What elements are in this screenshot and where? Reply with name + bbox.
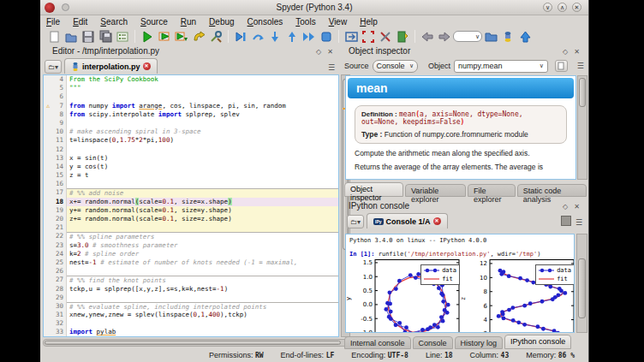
menu-consoles[interactable]: Consoles [247,17,283,27]
forward-button[interactable] [436,28,453,45]
debug-button[interactable] [232,28,249,45]
code-line-22[interactable]: 22# %% spline parameters [44,232,338,240]
code-line-10[interactable]: 10# make ascending spiral in 3-space [44,128,338,136]
tab-console[interactable]: Console [413,336,453,349]
code-line-23[interactable]: 23s=3.0 # smoothness parameter [44,241,338,250]
console-close-icon[interactable]: ✕ [574,203,580,211]
save-button[interactable] [80,28,97,45]
menu-run[interactable]: Run [181,17,196,27]
code-line-16[interactable]: 16 [44,180,338,188]
console-env-button[interactable] [499,28,516,45]
menu-search[interactable]: Search [100,17,128,27]
run-cell-advance-button[interactable] [173,28,190,45]
line-number: 8 [52,110,67,119]
menu-tools[interactable]: Tools [295,17,315,27]
object-inspector-undock-icon[interactable]: ◇ [563,48,568,56]
run-button[interactable] [139,28,156,45]
editor-tab-interpolation[interactable]: interpolation.py ✕ [64,58,158,74]
working-directory-combo[interactable]: ∨ [453,31,482,42]
continue-button[interactable] [301,28,318,45]
code-line-13[interactable]: 13x = sin(t) [44,154,338,163]
code-line-14[interactable]: 14y = cos(t) [44,163,338,171]
code-line-8[interactable]: 8from scipy.interpolate import splprep, … [44,110,338,119]
code-line-20[interactable]: 20z+= random.normal(scale=0.1, size=z.sh… [44,215,338,223]
console-scrollbar[interactable] [576,234,587,333]
tab-static-code-analysis[interactable]: Static code analysis [517,184,587,197]
tab-close-icon[interactable]: ✕ [143,62,151,70]
code-line-21[interactable]: 21 [44,223,338,232]
stop-debug-button[interactable] [318,28,335,45]
open-file-button[interactable] [63,28,80,45]
code-line-4[interactable]: 4From the SciPy Cookbook [44,75,338,84]
console-tab-close-icon[interactable]: ✕ [433,217,441,225]
code-line-27[interactable]: 27# %% find the knot points [44,276,338,284]
tab-history-log[interactable]: History log [455,336,504,349]
tools-button[interactable] [377,28,394,45]
editor-undock-icon[interactable]: ◇ [316,48,321,56]
fullscreen-button[interactable] [360,28,377,45]
code-line-7[interactable]: ⚠7from numpy import arange, cos, linspac… [44,102,338,110]
step-out-button[interactable] [283,28,301,45]
code-editor[interactable]: 4From the SciPy Cookbook5"""6⚠7from nump… [43,74,339,337]
code-line-17[interactable]: 17# %% add noise [44,188,338,197]
parent-directory-button[interactable] [516,28,534,45]
object-inspector-scrollbar[interactable] [577,75,587,180]
code-line-18[interactable]: 18x+= random.normal(scale=0.1, size=x.sh… [44,198,338,206]
code-line-6[interactable]: 6 [44,92,338,101]
browse-directory-button[interactable] [482,28,499,45]
maximize-pane-button[interactable] [343,28,360,45]
rerun-button[interactable] [190,28,207,45]
run-config-button[interactable] [207,28,224,45]
tab-variable-explorer[interactable]: Variable explorer [405,184,466,197]
editor-close-icon[interactable]: ✕ [327,48,333,56]
code-line-25[interactable]: 25nest=-1 # estimate of number of knots … [44,258,338,267]
tab-object-inspector[interactable]: Object inspector [344,182,403,197]
code-line-12[interactable]: 12 [44,145,338,154]
editor-options-button[interactable]: ☰ [324,62,339,74]
code-line-32[interactable]: 32 [44,319,338,328]
menu-source[interactable]: Source [140,17,168,27]
new-file-button[interactable] [45,28,63,45]
object-combo[interactable]: numpy.mean∨ [454,60,548,73]
save-all-button[interactable] [97,28,114,45]
code-line-15[interactable]: 15z = t [44,171,338,180]
browse-consoles-button[interactable]: 🗀▾ [347,215,364,228]
tab-internal-console[interactable]: Internal console [344,336,411,349]
code-line-11[interactable]: 11t=linspace(0,1.75*2*pi,100) [44,136,338,145]
tab-file-explorer[interactable]: File explorer [468,184,516,197]
code-line-28[interactable]: 28tckp,u = splprep([x,y,z],s=s,k=k,nest=… [44,285,338,294]
code-line-19[interactable]: 19y+= random.normal(scale=0.1, size=y.sh… [44,206,338,215]
tab-ipython-console[interactable]: IPython console [504,335,571,349]
back-button[interactable] [419,28,436,45]
console-undock-icon[interactable]: ◇ [563,203,568,211]
line-number: 24 [52,250,67,258]
python-path-button[interactable] [394,28,411,45]
code-line-29[interactable]: 29 [44,294,338,302]
editor-horizontal-scrollbar[interactable] [43,339,351,347]
menu-view[interactable]: View [329,17,348,27]
code-line-9[interactable]: 9 [44,119,338,128]
console-tab[interactable]: IPy Console 1/A ✕ [367,213,448,228]
step-into-button[interactable] [266,28,283,45]
file-switcher-button[interactable] [114,28,131,45]
menu-edit[interactable]: Edit [73,17,87,27]
menu-debug[interactable]: Debug [209,17,234,27]
console-output[interactable]: Python 3.4.0 on linux -- IPython 4.0.0 I… [345,234,575,333]
source-combo[interactable]: Console∨ [373,60,419,73]
code-line-24[interactable]: 24k=2 # spline order [44,250,338,258]
code-line-5[interactable]: 5""" [44,84,338,92]
menu-file[interactable]: File [46,17,60,27]
object-inspector-options-button[interactable]: ☰ [574,60,587,72]
code-line-30[interactable]: 30# %% evaluate spline, including interp… [44,302,338,311]
lock-button[interactable] [555,60,568,72]
run-cell-button[interactable] [156,28,173,45]
object-inspector-close-icon[interactable]: ✕ [574,48,580,56]
code-line-26[interactable]: 26 [44,267,338,276]
code-line-33[interactable]: 33import pylab [44,328,338,336]
menu-help[interactable]: Help [360,17,378,27]
interrupt-kernel-button[interactable] [561,216,571,226]
code-line-31[interactable]: 31xnew,ynew,znew = splev(linspace(0,1,40… [44,311,338,319]
browse-tabs-button[interactable]: 🗀▾ [45,60,62,74]
step-over-button[interactable] [249,28,266,45]
console-options-button[interactable]: ☰ [571,217,587,228]
